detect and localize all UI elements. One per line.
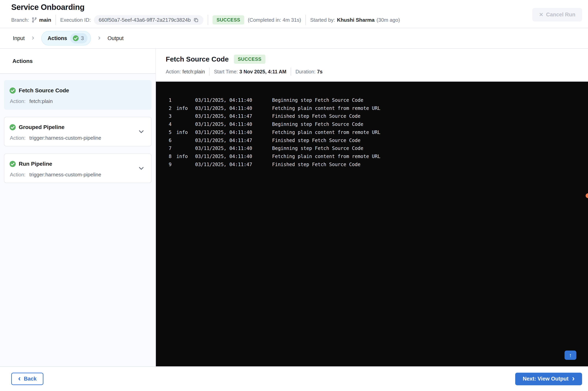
log-timestamp: 03/11/2025, 04:11:40	[195, 153, 272, 161]
console-log[interactable]: 1 03/11/2025, 04:11:40 Beginning step Fe…	[156, 82, 588, 169]
log-line: 3 03/11/2025, 04:11:47 Finished step Fet…	[156, 112, 588, 120]
log-message: Fetching plain content from remote URL	[272, 128, 381, 136]
card-action-row: Action: trigger:harness-custom-pipeline	[9, 135, 146, 141]
log-message: Fetching plain content from remote URL	[272, 104, 381, 112]
log-timestamp: 03/11/2025, 04:11:47	[195, 112, 272, 120]
log-line: 1 03/11/2025, 04:11:40 Beginning step Fe…	[156, 96, 588, 104]
scroll-to-top-button[interactable]: ↑	[565, 351, 576, 360]
log-level: info	[176, 104, 195, 112]
content-area: Actions Fetch Source Code Action: fetch:…	[0, 49, 588, 366]
copy-icon[interactable]	[193, 17, 199, 23]
log-line: 7 03/11/2025, 04:11:40 Beginning step Fe…	[156, 144, 588, 153]
footer-bar: ‹ Back Next: View Output ›	[0, 366, 588, 391]
cancel-run-button[interactable]: ✕ Cancel Run	[532, 8, 582, 21]
check-circle-icon	[9, 124, 16, 131]
log-line: 5 info 03/11/2025, 04:11:40 Fetching pla…	[156, 128, 588, 136]
back-button[interactable]: ‹ Back	[11, 373, 43, 385]
log-level	[176, 112, 195, 120]
log-line-number: 8	[169, 153, 176, 161]
card-title: Fetch Source Code	[19, 87, 69, 94]
execution-meta-row: Branch: main Execution ID: 660f50a7-5eef…	[11, 15, 588, 25]
detail-start-time-value: 3 Nov 2025, 4:11 AM	[239, 69, 286, 75]
check-circle-icon	[9, 87, 16, 94]
detail-action-label: Action:	[166, 69, 181, 75]
step-detail-panel: Fetch Source Code SUCCESS Action: fetch:…	[156, 49, 588, 366]
card-action-label: Action:	[10, 135, 26, 141]
log-timestamp: 03/11/2025, 04:11:40	[195, 104, 272, 112]
log-message: Beginning step Fetch Source Code	[272, 120, 363, 128]
log-line-number: 2	[169, 104, 176, 112]
log-timestamp: 03/11/2025, 04:11:40	[195, 144, 272, 153]
action-card-grouped-pipeline[interactable]: Grouped Pipeline Action: trigger:harness…	[4, 117, 152, 146]
chevron-right-icon: ›	[98, 34, 100, 42]
log-message: Beginning step Fetch Source Code	[272, 96, 363, 104]
log-line-number: 9	[169, 161, 176, 169]
branch-name: main	[39, 17, 51, 23]
next-view-output-button[interactable]: Next: View Output ›	[515, 373, 582, 385]
card-title-row: Grouped Pipeline	[9, 124, 146, 131]
card-action-value: trigger:harness-custom-pipeline	[29, 172, 101, 178]
card-action-row: Action: trigger:harness-custom-pipeline	[9, 172, 146, 178]
log-line-number: 6	[169, 136, 176, 145]
chevron-down-icon[interactable]	[138, 165, 145, 172]
divider	[209, 68, 209, 76]
actions-count: 3	[81, 35, 84, 41]
page-title: Service Onboarding	[11, 3, 588, 12]
step-tabbar: Input › Actions 3 › Output	[0, 28, 588, 49]
log-level: info	[176, 153, 195, 161]
started-ago-text: (30m ago)	[377, 17, 400, 23]
log-line-number: 4	[169, 120, 176, 128]
detail-title: Fetch Source Code	[166, 55, 229, 63]
tab-input[interactable]: Input	[13, 35, 25, 41]
log-line: 8 info 03/11/2025, 04:11:40 Fetching pla…	[156, 153, 588, 161]
page-header: Service Onboarding Branch: main Executio…	[0, 0, 588, 28]
divider	[291, 68, 291, 76]
log-timestamp: 03/11/2025, 04:11:40	[195, 128, 272, 136]
detail-action-value: fetch:plain	[182, 69, 205, 75]
detail-duration-value: 7s	[317, 69, 323, 75]
log-timestamp: 03/11/2025, 04:11:47	[195, 161, 272, 169]
card-title-row: Run Pipeline	[9, 161, 146, 167]
log-message: Finished step Fetch Source Code	[272, 161, 361, 169]
log-level: info	[176, 128, 195, 136]
notification-dot	[586, 193, 588, 198]
log-console: 1 03/11/2025, 04:11:40 Beginning step Fe…	[156, 81, 588, 366]
detail-start-time-label: Start Time:	[214, 69, 238, 75]
tab-output[interactable]: Output	[107, 35, 123, 41]
card-action-label: Action:	[10, 98, 26, 104]
completed-in-text: (Completed in: 4m 31s)	[248, 17, 301, 23]
card-action-value: trigger:harness-custom-pipeline	[29, 135, 101, 141]
step-detail-header: Fetch Source Code SUCCESS Action: fetch:…	[156, 49, 588, 81]
detail-duration-label: Duration:	[295, 69, 315, 75]
chevron-down-icon[interactable]	[138, 128, 145, 135]
log-line: 2 info 03/11/2025, 04:11:40 Fetching pla…	[156, 104, 588, 112]
log-line-number: 5	[169, 128, 176, 136]
log-line-number: 3	[169, 112, 176, 120]
service-onboarding-page: Service Onboarding Branch: main Executio…	[0, 0, 588, 391]
chevron-left-icon: ‹	[18, 375, 21, 383]
tab-actions-label: Actions	[48, 35, 67, 41]
action-card-run-pipeline[interactable]: Run Pipeline Action: trigger:harness-cus…	[4, 153, 152, 183]
log-message: Finished step Fetch Source Code	[272, 112, 361, 120]
tab-actions[interactable]: Actions 3	[41, 31, 91, 46]
arrow-up-icon: ↑	[569, 352, 572, 358]
log-level	[176, 96, 195, 104]
log-line: 6 03/11/2025, 04:11:47 Finished step Fet…	[156, 136, 588, 145]
log-line-number: 1	[169, 96, 176, 104]
card-title: Grouped Pipeline	[19, 124, 65, 130]
divider	[55, 15, 56, 25]
log-timestamp: 03/11/2025, 04:11:40	[195, 120, 272, 128]
action-card-fetch-source-code[interactable]: Fetch Source Code Action: fetch:plain	[4, 80, 152, 110]
check-circle-icon	[73, 35, 79, 41]
log-line-number: 7	[169, 144, 176, 153]
chevron-right-icon: ›	[572, 375, 575, 383]
execution-id-value: 660f50a7-5eef-43a6-9ff7-2a2179c3824b	[99, 17, 191, 23]
log-timestamp: 03/11/2025, 04:11:47	[195, 136, 272, 145]
started-by-label: Started by:	[310, 17, 335, 23]
log-timestamp: 03/11/2025, 04:11:40	[195, 96, 272, 104]
execution-id-label: Execution ID:	[60, 17, 91, 23]
sidebar-heading: Actions	[0, 49, 156, 74]
card-action-label: Action:	[10, 172, 26, 178]
card-action-row: Action: fetch:plain	[9, 98, 146, 104]
actions-sidebar: Actions Fetch Source Code Action: fetch:…	[0, 49, 156, 366]
